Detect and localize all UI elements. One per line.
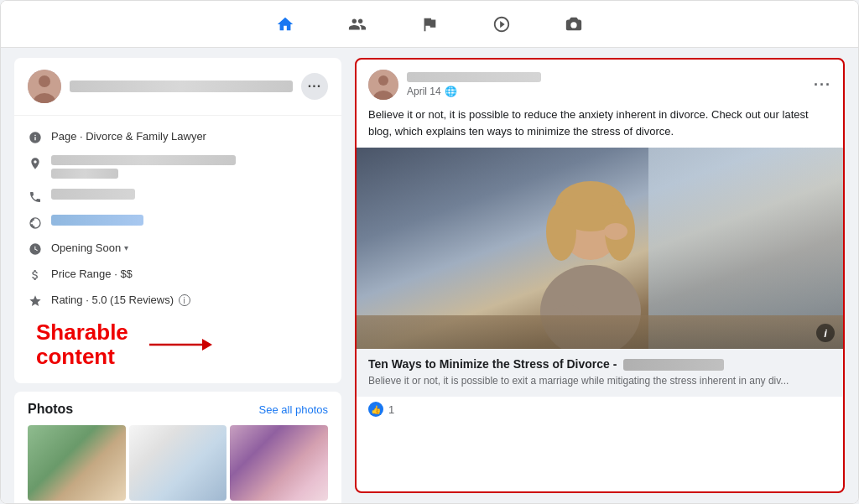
website-row (28, 210, 328, 236)
like-reaction-icon: 👍 (368, 402, 383, 417)
photos-grid (28, 425, 328, 501)
globe-icon (28, 216, 43, 231)
sharable-annotation: Sharablecontent (28, 320, 328, 368)
sharable-label: Sharablecontent (36, 320, 128, 368)
article-preview[interactable]: Ten Ways to Minimize the Stress of Divor… (357, 349, 843, 397)
profile-name (70, 81, 293, 92)
friends-nav-icon[interactable] (346, 13, 368, 35)
post-header: April 14 🌐 ··· (357, 60, 843, 107)
post-more-button[interactable]: ··· (814, 76, 831, 94)
info-circle-icon (28, 130, 43, 145)
photos-header: Photos See all photos (28, 402, 328, 417)
dollar-icon (28, 268, 43, 283)
avatar (28, 70, 61, 103)
phone-text (51, 189, 328, 204)
location-icon (28, 156, 43, 171)
phone-row (28, 184, 328, 210)
home-nav-icon[interactable] (274, 13, 296, 35)
screenshot-wrapper: ··· Page · Divorce & Family Lawyer (0, 0, 859, 504)
watch-nav-icon[interactable] (491, 13, 513, 35)
right-panel: April 14 🌐 ··· Believe it or not, it is … (355, 58, 845, 493)
post-image-scene (357, 148, 843, 349)
website-text[interactable] (51, 215, 328, 230)
post-date: April 14 🌐 (407, 86, 805, 97)
rating-row: Rating · 5.0 (15 Reviews) i (28, 288, 328, 314)
see-all-photos-link[interactable]: See all photos (259, 403, 328, 416)
top-nav (1, 1, 858, 48)
page-type-text: Page · Divorce & Family Lawyer (51, 129, 328, 144)
photos-section: Photos See all photos (14, 392, 341, 503)
price-range-text: Price Range · $$ (51, 267, 328, 282)
post-card: April 14 🌐 ··· Believe it or not, it is … (355, 58, 845, 493)
post-author-name (407, 72, 541, 82)
svg-point-14 (604, 223, 627, 240)
clock-icon (28, 242, 43, 257)
marketplace-nav-icon[interactable] (563, 13, 585, 35)
left-panel: ··· Page · Divorce & Family Lawyer (14, 58, 341, 493)
star-icon (28, 294, 43, 309)
page-type-row: Page · Divorce & Family Lawyer (28, 124, 328, 150)
info-section: Page · Divorce & Family Lawyer (14, 116, 341, 383)
globe-small-icon: 🌐 (445, 86, 457, 97)
svg-point-11 (546, 202, 576, 261)
photos-title: Photos (28, 402, 73, 417)
annotation-arrow (145, 332, 212, 357)
main-content: ··· Page · Divorce & Family Lawyer (1, 48, 858, 503)
post-avatar (368, 70, 398, 100)
svg-point-1 (39, 75, 50, 87)
photo-thumb-3[interactable] (230, 425, 328, 501)
article-desc: Believe it or not, it is possible to exi… (368, 374, 831, 388)
post-meta: April 14 🌐 (407, 72, 805, 97)
reactions-bar: 👍 1 (357, 397, 843, 422)
opening-status-row[interactable]: Opening Soon ▾ (28, 236, 328, 262)
article-title: Ten Ways to Minimize the Stress of Divor… (368, 357, 831, 371)
info-overlay-icon[interactable]: i (816, 324, 835, 342)
photo-thumb-2[interactable] (129, 425, 227, 501)
reaction-count: 1 (388, 403, 394, 416)
profile-header: ··· (14, 58, 341, 116)
price-range-row: Price Range · $$ (28, 262, 328, 288)
photo-thumb-1[interactable] (28, 425, 126, 501)
svg-marker-4 (202, 339, 212, 351)
post-body-text: Believe it or not, it is possible to red… (357, 107, 843, 148)
rating-text: Rating · 5.0 (15 Reviews) i (51, 293, 328, 308)
address-text (51, 155, 328, 179)
post-image: i (357, 148, 843, 349)
profile-more-button[interactable]: ··· (301, 73, 328, 100)
phone-icon (28, 190, 43, 205)
svg-point-6 (378, 75, 388, 86)
opening-status-text: Opening Soon ▾ (51, 241, 328, 256)
address-row (28, 150, 328, 184)
pages-nav-icon[interactable] (419, 13, 440, 35)
